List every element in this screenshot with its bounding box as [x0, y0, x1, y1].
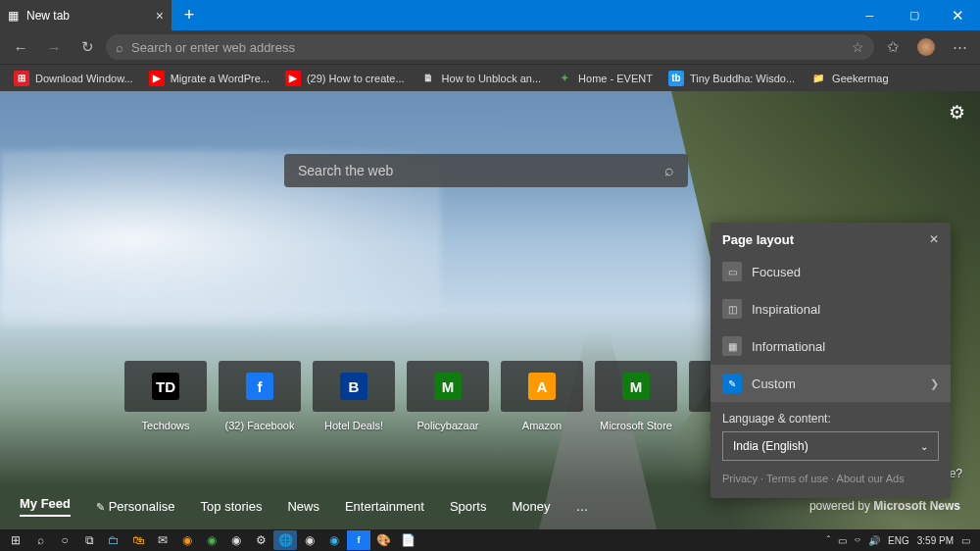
bookmark-favicon: ⊞ — [14, 71, 29, 86]
window-controls: ─ ▢ ✕ — [848, 0, 980, 30]
layout-option-icon: ✎ — [722, 374, 742, 393]
tray-chevron-icon[interactable]: ˆ — [827, 535, 830, 546]
quick-link-tile[interactable]: TDTechdows — [124, 361, 207, 431]
bookmark-label: Geekermag — [832, 73, 888, 84]
app-icon[interactable]: 🛍 — [126, 530, 150, 550]
bookmark-item[interactable]: 📁Geekermag — [805, 71, 894, 86]
feed-tab[interactable]: Entertainment — [345, 499, 424, 514]
app-icon[interactable]: ✉ — [151, 530, 174, 550]
chevron-down-icon: ⌄ — [920, 441, 928, 452]
quick-link-tile[interactable]: f(32) Facebook — [219, 361, 301, 431]
layout-option-custom[interactable]: ✎Custom❯ — [710, 365, 951, 402]
quick-link-tile[interactable]: MMicrosoft Store — [595, 361, 677, 431]
profile-button[interactable] — [911, 33, 941, 61]
bookmark-item[interactable]: ▶Migrate a WordPre... — [143, 71, 275, 86]
new-tab-button[interactable]: + — [172, 0, 207, 30]
layout-option-label: Informational — [752, 339, 825, 354]
feed-more-button[interactable]: … — [576, 499, 589, 514]
start-button[interactable]: ⊞ — [4, 530, 27, 550]
quick-link-tile[interactable]: AAmazon — [501, 361, 583, 431]
page-settings-button[interactable]: ⚙ — [949, 101, 965, 124]
bookmark-favicon: ▶ — [285, 71, 301, 86]
bookmark-item[interactable]: ▶(29) How to create... — [279, 71, 411, 86]
cortana-icon[interactable]: ○ — [53, 530, 76, 550]
layout-option-inspirational[interactable]: ◫Inspirational — [710, 290, 951, 327]
forward-button[interactable]: → — [39, 33, 69, 61]
bookmark-item[interactable]: ⊞Download Window... — [8, 71, 139, 86]
app-icon[interactable]: ◉ — [322, 530, 346, 550]
favorite-star-icon[interactable]: ☆ — [852, 39, 864, 55]
app-icon[interactable]: ◉ — [298, 530, 321, 550]
feed-tab[interactable]: Sports — [450, 499, 487, 514]
feed-tab[interactable]: ✎ Personalise — [96, 499, 175, 514]
feed-tab[interactable]: News — [287, 499, 319, 514]
layout-option-icon: ◫ — [722, 299, 742, 319]
feed-tab[interactable]: Top stories — [201, 499, 263, 514]
search-icon[interactable]: ⌕ — [664, 162, 674, 179]
system-tray: ˆ ▭ ⌔ 🔊 ENG 3:59 PM ▭ — [827, 535, 976, 546]
panel-close-button[interactable]: ✕ — [929, 232, 939, 247]
taskview-icon[interactable]: ⧉ — [77, 530, 101, 550]
tile-label: Techdows — [142, 420, 190, 431]
address-placeholder: Search or enter web address — [131, 40, 295, 55]
page-layout-panel: Page layout ✕ ▭Focused◫Inspirational▦Inf… — [710, 223, 951, 498]
quick-link-tile[interactable]: BHotel Deals! — [313, 361, 395, 431]
terms-link[interactable]: Terms of use — [766, 473, 828, 484]
favorites-icon[interactable]: ✩ — [878, 33, 907, 61]
tile-box: M — [595, 361, 677, 412]
app-icon[interactable]: ◉ — [175, 530, 199, 550]
bookmark-item[interactable]: 🗎How to Unblock an... — [415, 71, 548, 86]
feed-tab[interactable]: Money — [512, 499, 550, 514]
privacy-link[interactable]: Privacy — [722, 473, 758, 484]
maximize-button[interactable]: ▢ — [892, 0, 936, 30]
address-bar[interactable]: ⌕ Search or enter web address ☆ — [106, 34, 874, 60]
tile-icon: f — [246, 373, 273, 400]
close-window-button[interactable]: ✕ — [936, 0, 980, 30]
bookmark-item[interactable]: tbTiny Buddha: Wisdo... — [662, 71, 801, 86]
tray-time[interactable]: 3:59 PM — [917, 535, 954, 546]
tile-label: Policybazaar — [417, 420, 479, 431]
back-button[interactable]: ← — [6, 33, 35, 61]
app-icon[interactable]: ⚙ — [249, 530, 272, 550]
volume-icon[interactable]: 🔊 — [868, 535, 880, 546]
app-icon[interactable]: ◉ — [224, 530, 248, 550]
app-icon[interactable]: 📄 — [396, 530, 419, 550]
app-icon[interactable]: 🗀 — [102, 530, 125, 550]
minimize-button[interactable]: ─ — [848, 0, 892, 30]
layout-option-informational[interactable]: ▦Informational — [710, 327, 951, 365]
avatar-icon — [917, 38, 935, 56]
tile-box: TD — [124, 361, 207, 412]
browser-tab[interactable]: ▦ New tab × — [0, 0, 172, 30]
app-icon[interactable]: 🌐 — [273, 530, 297, 550]
feed-tab[interactable]: My Feed — [20, 496, 71, 517]
web-search-box[interactable]: Search the web ⌕ — [284, 154, 688, 187]
new-tab-page: ⚙ Search the web ⌕ TDTechdowsf(32) Faceb… — [0, 91, 980, 529]
search-taskbar-icon[interactable]: ⌕ — [28, 530, 52, 550]
layout-option-focused[interactable]: ▭Focused — [710, 253, 951, 290]
tile-icon: M — [434, 373, 462, 400]
app-icon[interactable]: ◉ — [200, 530, 223, 550]
bookmark-label: Home - EVENT — [578, 73, 653, 84]
bookmark-item[interactable]: ✦Home - EVENT — [551, 71, 659, 86]
bookmarks-bar: ⊞Download Window...▶Migrate a WordPre...… — [0, 64, 980, 91]
close-tab-icon[interactable]: × — [156, 8, 164, 24]
title-bar: ▦ New tab × + ─ ▢ ✕ — [0, 0, 980, 30]
bookmark-favicon: tb — [668, 71, 684, 86]
layout-option-icon: ▦ — [722, 336, 742, 356]
tray-lang[interactable]: ENG — [888, 535, 909, 546]
menu-button[interactable]: ⋯ — [945, 33, 974, 61]
wifi-icon[interactable]: ⌔ — [855, 535, 860, 546]
bookmark-favicon: 🗎 — [420, 71, 436, 86]
tile-box: B — [313, 361, 395, 412]
language-select[interactable]: India (English) ⌄ — [722, 431, 939, 461]
panel-footer: Privacy · Terms of use · About our Ads — [710, 461, 951, 486]
ads-link[interactable]: About our Ads — [837, 473, 905, 484]
bookmark-label: Download Window... — [35, 73, 133, 84]
app-icon[interactable]: f — [347, 530, 370, 550]
notifications-icon[interactable]: ▭ — [961, 535, 970, 546]
battery-icon[interactable]: ▭ — [838, 535, 847, 546]
refresh-button[interactable]: ↻ — [73, 33, 102, 61]
tile-label: Hotel Deals! — [324, 420, 383, 431]
quick-link-tile[interactable]: MPolicybazaar — [407, 361, 489, 431]
app-icon[interactable]: 🎨 — [371, 530, 395, 550]
